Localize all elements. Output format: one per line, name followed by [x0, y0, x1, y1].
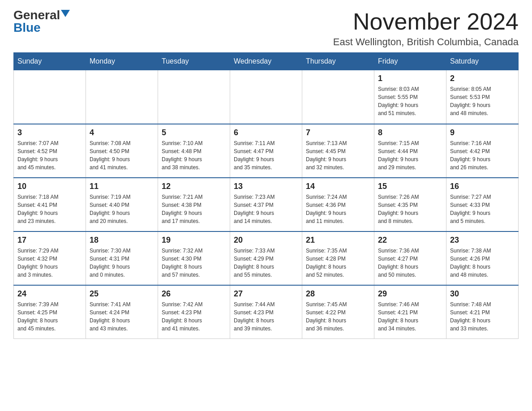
- day-info: Sunrise: 7:45 AM Sunset: 4:22 PM Dayligh…: [306, 300, 370, 333]
- title-section: November 2024 East Wellington, British C…: [333, 9, 519, 48]
- day-info: Sunrise: 7:15 AM Sunset: 4:44 PM Dayligh…: [378, 139, 442, 171]
- day-info: Sunrise: 7:46 AM Sunset: 4:21 PM Dayligh…: [378, 300, 442, 333]
- day-info: Sunrise: 7:21 AM Sunset: 4:38 PM Dayligh…: [162, 193, 226, 225]
- calendar-cell: 2Sunrise: 8:05 AM Sunset: 5:53 PM Daylig…: [446, 70, 519, 124]
- calendar-day-header: Sunday: [14, 53, 86, 70]
- calendar-cell: 8Sunrise: 7:15 AM Sunset: 4:44 PM Daylig…: [374, 124, 446, 178]
- day-info: Sunrise: 7:07 AM Sunset: 4:52 PM Dayligh…: [17, 139, 82, 171]
- calendar-cell: [14, 70, 86, 124]
- calendar-cell: 17Sunrise: 7:29 AM Sunset: 4:32 PM Dayli…: [14, 231, 86, 285]
- day-number: 9: [450, 128, 515, 137]
- calendar-cell: [86, 70, 158, 124]
- day-number: 30: [450, 289, 515, 299]
- day-info: Sunrise: 7:33 AM Sunset: 4:29 PM Dayligh…: [234, 247, 298, 279]
- calendar-cell: 20Sunrise: 7:33 AM Sunset: 4:29 PM Dayli…: [230, 231, 302, 285]
- calendar-cell: 9Sunrise: 7:16 AM Sunset: 4:42 PM Daylig…: [446, 124, 519, 178]
- logo-general-text: General: [13, 9, 60, 21]
- calendar-cell: 30Sunrise: 7:48 AM Sunset: 4:21 PM Dayli…: [446, 285, 519, 339]
- calendar-cell: 16Sunrise: 7:27 AM Sunset: 4:33 PM Dayli…: [446, 178, 519, 231]
- day-info: Sunrise: 8:05 AM Sunset: 5:53 PM Dayligh…: [450, 85, 515, 117]
- calendar-week-row: 24Sunrise: 7:39 AM Sunset: 4:25 PM Dayli…: [14, 285, 519, 339]
- day-info: Sunrise: 7:16 AM Sunset: 4:42 PM Dayligh…: [450, 139, 515, 171]
- month-title: November 2024: [333, 9, 519, 34]
- location-title: East Wellington, British Columbia, Canad…: [333, 36, 519, 48]
- day-number: 21: [306, 235, 370, 245]
- calendar-week-row: 10Sunrise: 7:18 AM Sunset: 4:41 PM Dayli…: [14, 178, 519, 231]
- calendar-week-row: 3Sunrise: 7:07 AM Sunset: 4:52 PM Daylig…: [14, 124, 519, 178]
- calendar-cell: 7Sunrise: 7:13 AM Sunset: 4:45 PM Daylig…: [302, 124, 374, 178]
- day-number: 11: [90, 182, 154, 191]
- calendar-cell: 28Sunrise: 7:45 AM Sunset: 4:22 PM Dayli…: [302, 285, 374, 339]
- day-info: Sunrise: 7:13 AM Sunset: 4:45 PM Dayligh…: [306, 139, 370, 171]
- day-number: 26: [162, 289, 226, 299]
- calendar-cell: 10Sunrise: 7:18 AM Sunset: 4:41 PM Dayli…: [14, 178, 86, 231]
- day-number: 25: [90, 289, 154, 299]
- day-info: Sunrise: 7:32 AM Sunset: 4:30 PM Dayligh…: [162, 247, 226, 279]
- day-info: Sunrise: 7:24 AM Sunset: 4:36 PM Dayligh…: [306, 193, 370, 225]
- day-info: Sunrise: 7:39 AM Sunset: 4:25 PM Dayligh…: [17, 300, 82, 333]
- calendar-cell: 3Sunrise: 7:07 AM Sunset: 4:52 PM Daylig…: [14, 124, 86, 178]
- day-info: Sunrise: 7:41 AM Sunset: 4:24 PM Dayligh…: [90, 300, 154, 333]
- day-number: 27: [234, 289, 298, 299]
- logo-triangle-icon: [61, 10, 70, 17]
- day-number: 8: [378, 128, 442, 137]
- day-number: 7: [306, 128, 370, 137]
- day-number: 28: [306, 289, 370, 299]
- calendar-cell: 24Sunrise: 7:39 AM Sunset: 4:25 PM Dayli…: [14, 285, 86, 339]
- calendar-cell: 5Sunrise: 7:10 AM Sunset: 4:48 PM Daylig…: [158, 124, 230, 178]
- page-header: General Blue November 2024 East Wellingt…: [13, 9, 519, 48]
- day-number: 22: [378, 235, 442, 245]
- calendar-cell: 4Sunrise: 7:08 AM Sunset: 4:50 PM Daylig…: [86, 124, 158, 178]
- day-number: 12: [162, 182, 226, 191]
- day-number: 16: [450, 182, 515, 191]
- calendar-cell: 21Sunrise: 7:35 AM Sunset: 4:28 PM Dayli…: [302, 231, 374, 285]
- calendar-cell: 27Sunrise: 7:44 AM Sunset: 4:23 PM Dayli…: [230, 285, 302, 339]
- day-info: Sunrise: 7:42 AM Sunset: 4:23 PM Dayligh…: [162, 300, 226, 333]
- day-info: Sunrise: 7:38 AM Sunset: 4:26 PM Dayligh…: [450, 247, 515, 279]
- calendar-day-header: Tuesday: [158, 53, 230, 70]
- day-info: Sunrise: 8:03 AM Sunset: 5:55 PM Dayligh…: [378, 85, 442, 117]
- calendar-cell: 14Sunrise: 7:24 AM Sunset: 4:36 PM Dayli…: [302, 178, 374, 231]
- day-info: Sunrise: 7:08 AM Sunset: 4:50 PM Dayligh…: [90, 139, 154, 171]
- day-info: Sunrise: 7:11 AM Sunset: 4:47 PM Dayligh…: [234, 139, 298, 171]
- calendar-cell: [158, 70, 230, 124]
- calendar-cell: 19Sunrise: 7:32 AM Sunset: 4:30 PM Dayli…: [158, 231, 230, 285]
- day-info: Sunrise: 7:35 AM Sunset: 4:28 PM Dayligh…: [306, 247, 370, 279]
- calendar-day-header: Thursday: [302, 53, 374, 70]
- calendar-cell: [302, 70, 374, 124]
- day-number: 4: [90, 128, 154, 137]
- logo: General Blue: [13, 9, 70, 34]
- calendar-table: SundayMondayTuesdayWednesdayThursdayFrid…: [13, 52, 519, 339]
- logo-blue-text: Blue: [13, 21, 41, 34]
- calendar-week-row: 17Sunrise: 7:29 AM Sunset: 4:32 PM Dayli…: [14, 231, 519, 285]
- day-info: Sunrise: 7:36 AM Sunset: 4:27 PM Dayligh…: [378, 247, 442, 279]
- calendar-cell: 11Sunrise: 7:19 AM Sunset: 4:40 PM Dayli…: [86, 178, 158, 231]
- calendar-cell: 22Sunrise: 7:36 AM Sunset: 4:27 PM Dayli…: [374, 231, 446, 285]
- day-number: 3: [17, 128, 82, 137]
- day-info: Sunrise: 7:18 AM Sunset: 4:41 PM Dayligh…: [17, 193, 82, 225]
- calendar-day-header: Monday: [86, 53, 158, 70]
- day-number: 29: [378, 289, 442, 299]
- day-info: Sunrise: 7:19 AM Sunset: 4:40 PM Dayligh…: [90, 193, 154, 225]
- day-info: Sunrise: 7:23 AM Sunset: 4:37 PM Dayligh…: [234, 193, 298, 225]
- day-info: Sunrise: 7:29 AM Sunset: 4:32 PM Dayligh…: [17, 247, 82, 279]
- day-info: Sunrise: 7:26 AM Sunset: 4:35 PM Dayligh…: [378, 193, 442, 225]
- day-number: 20: [234, 235, 298, 245]
- day-number: 1: [378, 74, 442, 83]
- day-info: Sunrise: 7:48 AM Sunset: 4:21 PM Dayligh…: [450, 300, 515, 333]
- calendar-cell: 6Sunrise: 7:11 AM Sunset: 4:47 PM Daylig…: [230, 124, 302, 178]
- calendar-day-header: Saturday: [446, 53, 519, 70]
- day-number: 17: [17, 235, 82, 245]
- calendar-cell: 18Sunrise: 7:30 AM Sunset: 4:31 PM Dayli…: [86, 231, 158, 285]
- day-number: 13: [234, 182, 298, 191]
- day-number: 24: [17, 289, 82, 299]
- calendar-day-header: Wednesday: [230, 53, 302, 70]
- day-number: 10: [17, 182, 82, 191]
- day-number: 5: [162, 128, 226, 137]
- day-info: Sunrise: 7:30 AM Sunset: 4:31 PM Dayligh…: [90, 247, 154, 279]
- calendar-cell: 26Sunrise: 7:42 AM Sunset: 4:23 PM Dayli…: [158, 285, 230, 339]
- calendar-week-row: 1Sunrise: 8:03 AM Sunset: 5:55 PM Daylig…: [14, 70, 519, 124]
- calendar-cell: 25Sunrise: 7:41 AM Sunset: 4:24 PM Dayli…: [86, 285, 158, 339]
- day-number: 2: [450, 74, 515, 83]
- calendar-header-row: SundayMondayTuesdayWednesdayThursdayFrid…: [14, 53, 519, 70]
